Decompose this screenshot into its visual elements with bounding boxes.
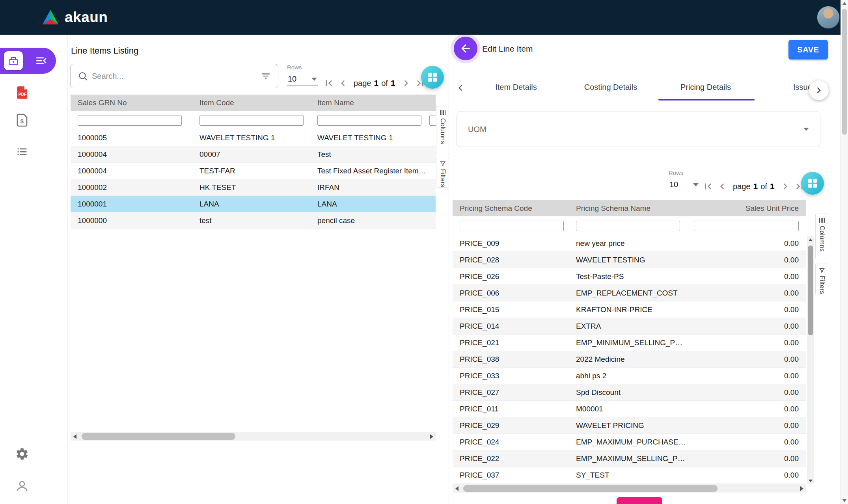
sidebar-item-pdf[interactable]: PDF	[0, 85, 44, 100]
table-row[interactable]: PRICE_022 EMP_MAXIMUM_SELLING_PRICE 0.00	[453, 450, 806, 467]
settings-button[interactable]	[0, 447, 44, 461]
scrollbar-thumb[interactable]	[808, 245, 813, 335]
tabs-scroll-left-button[interactable]	[455, 82, 466, 95]
cell-item-name: pencil case	[310, 216, 428, 225]
columns-tab[interactable]: Columns	[436, 106, 449, 154]
prev-page-button[interactable]	[336, 77, 350, 89]
save-button[interactable]: SAVE	[788, 40, 828, 60]
column-header-sales-unit-price[interactable]: Sales Unit Price	[687, 204, 806, 213]
scroll-down-arrow[interactable]	[842, 499, 846, 502]
horizontal-scrollbar[interactable]	[453, 484, 806, 493]
table-row[interactable]: PRICE_038 2022 Medicine 0.00	[453, 351, 806, 368]
table-row[interactable]: PRICE_037 SY_TEST 0.00	[453, 467, 806, 484]
app-logo[interactable]: akaun	[41, 0, 108, 35]
rows-per-page-select[interactable]: 10	[669, 179, 699, 191]
rows-label: Rows	[669, 169, 699, 176]
table-row[interactable]: 1000002 HK TESET IRFAN	[71, 179, 436, 196]
filter-input-item-code[interactable]	[199, 115, 304, 126]
tab-item-details[interactable]: Item Details	[495, 83, 537, 92]
sidebar-item-billing[interactable]: $	[0, 113, 44, 127]
column-header-pricing-schema-code[interactable]: Pricing Schema Code	[453, 204, 569, 213]
horizontal-scrollbar[interactable]	[71, 432, 436, 441]
chevron-down-icon	[693, 183, 699, 186]
scrollbar-thumb[interactable]	[82, 433, 235, 440]
cell-unit-price: 0.00	[687, 239, 806, 248]
column-header-item-code[interactable]: Item Code	[192, 99, 310, 107]
tab-costing-details[interactable]: Costing Details	[584, 83, 637, 92]
column-header-sales-grn-no[interactable]: Sales GRN No	[71, 99, 192, 107]
scroll-left-arrow[interactable]	[71, 432, 79, 441]
tab-pricing-details[interactable]: Pricing Details	[680, 83, 731, 92]
table-row[interactable]: PRICE_027 Spd Discount 0.00	[453, 384, 806, 401]
prev-page-button[interactable]	[716, 180, 729, 192]
scroll-up-arrow[interactable]	[842, 2, 846, 5]
search-icon	[78, 71, 88, 81]
back-button[interactable]	[454, 37, 477, 60]
scroll-down-arrow[interactable]	[807, 477, 814, 484]
column-header-pricing-schema-name[interactable]: Pricing Schema Name	[569, 204, 687, 213]
cell-schema-code: PRICE_015	[453, 305, 569, 314]
filter-input-pricing-schema-code[interactable]	[460, 221, 564, 231]
table-row[interactable]: PRICE_006 EMP_REPLACEMENT_COST 0.00	[453, 285, 806, 301]
filter-list-icon[interactable]	[261, 71, 271, 81]
cell-schema-code: PRICE_037	[453, 471, 569, 480]
profile-button[interactable]	[0, 479, 44, 493]
uom-select[interactable]: UOM	[457, 112, 820, 147]
scroll-right-arrow[interactable]	[427, 432, 436, 441]
column-header-item-name[interactable]: Item Name	[310, 99, 428, 107]
table-row[interactable]: 1000004 00007 Test	[71, 146, 436, 163]
rows-per-page-select[interactable]: 10	[287, 73, 318, 86]
scrollbar-thumb[interactable]	[842, 9, 847, 135]
vertical-scrollbar[interactable]	[807, 236, 814, 484]
table-row-selected[interactable]: 1000001 LANA LANA	[71, 196, 436, 212]
table-row[interactable]: 1000005 WAVELET TESTING 1 WAVELET TESTIN…	[71, 130, 436, 146]
page-scrollbar[interactable]	[841, 0, 848, 504]
next-page-button[interactable]	[779, 180, 792, 192]
grid-view-button[interactable]	[801, 172, 824, 195]
table-row[interactable]: PRICE_011 M00001 0.00	[453, 401, 806, 417]
table-row[interactable]: PRICE_014 EXTRA 0.00	[453, 318, 806, 335]
columns-tab[interactable]: Columns	[815, 214, 828, 259]
table-row[interactable]: PRICE_009 new year price 0.00	[453, 235, 806, 252]
next-page-button[interactable]	[399, 77, 413, 89]
sidebar-item-listing[interactable]	[0, 145, 44, 158]
line-items-panel: Line Items Listing Rows 10	[67, 35, 449, 504]
scroll-left-arrow[interactable]	[453, 484, 461, 493]
cell-unit-price: 0.00	[687, 438, 806, 446]
table-row[interactable]: PRICE_015 KRAFTON-INR-PRICE 0.00	[453, 301, 806, 318]
filters-tab[interactable]: Filters	[436, 157, 449, 188]
filter-input-partial[interactable]	[429, 115, 436, 126]
filter-input-sales-grn-no[interactable]	[78, 115, 182, 126]
user-avatar[interactable]	[817, 6, 840, 29]
grid-view-button[interactable]	[421, 66, 444, 89]
cell-unit-price: 0.00	[687, 454, 806, 463]
filter-input-item-name[interactable]	[317, 115, 421, 126]
active-app-pill[interactable]	[0, 48, 56, 74]
uom-label: UOM	[468, 125, 486, 134]
table-row[interactable]: 1000004 TEST-FAR Test Fixed Asset Regist…	[71, 163, 436, 179]
table-row[interactable]: 1000000 test pencil case	[71, 212, 436, 229]
scroll-up-arrow[interactable]	[807, 236, 814, 243]
scroll-right-arrow[interactable]	[798, 484, 806, 493]
svg-text:PDF: PDF	[19, 92, 27, 97]
search-input[interactable]	[92, 72, 257, 81]
columns-tab-label: Columns	[818, 226, 826, 252]
table-row[interactable]: PRICE_028 WAVELET TESTING 0.00	[453, 252, 806, 268]
scrollbar-thumb[interactable]	[463, 485, 718, 492]
filter-input-pricing-schema-name[interactable]	[576, 221, 680, 231]
rows-value: 10	[669, 180, 678, 189]
tabs-scroll-right-button[interactable]	[809, 80, 829, 100]
table-row[interactable]: PRICE_026 Test-Paste-PS 0.00	[453, 268, 806, 285]
table-row[interactable]: PRICE_029 WAVELET PRICING 0.00	[453, 417, 806, 434]
cell-unit-price: 0.00	[687, 272, 806, 281]
table-row[interactable]: PRICE_033 abhi ps 2 0.00	[453, 368, 806, 384]
table-row[interactable]: PRICE_024 EMP_MAXIMUM_PURCHASE_P... 0.00	[453, 434, 806, 450]
cell-schema-code: PRICE_009	[453, 239, 569, 248]
first-page-button[interactable]	[322, 77, 335, 89]
first-page-button[interactable]	[701, 180, 715, 192]
filter-input-sales-unit-price[interactable]	[694, 221, 799, 231]
table-row[interactable]: PRICE_021 EMP_MINIMUM_SELLING_PRICE 0.00	[453, 335, 806, 351]
pink-action-button[interactable]	[617, 497, 662, 504]
filters-tab[interactable]: Filters	[815, 264, 828, 294]
svg-text:$: $	[21, 118, 24, 125]
